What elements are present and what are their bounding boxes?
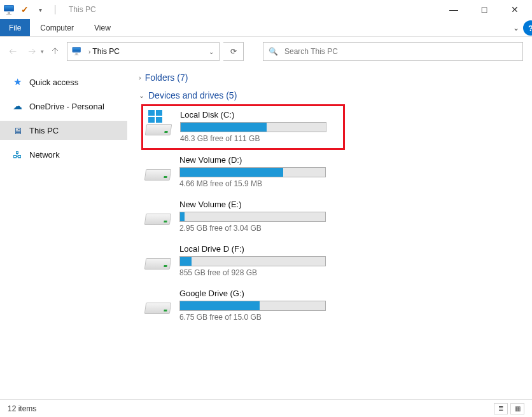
minimize-button[interactable]: —	[439, 0, 468, 19]
drive-icon	[144, 200, 173, 225]
status-bar: 12 items ≣ ▦	[0, 399, 532, 417]
drive-item[interactable]: Local Disk (C:) 46.3 GB free of 111 GB	[141, 104, 345, 150]
drive-body: Local Drive D (F:) 855 GB free of 928 GB	[179, 244, 342, 277]
search-box[interactable]: 🔍	[263, 42, 523, 61]
cloud-icon: ☁	[11, 100, 23, 112]
drive-item[interactable]: New Volume (E:) 2.95 GB free of 3.04 GB	[141, 195, 345, 239]
sidebar-item-label: This PC	[29, 126, 59, 135]
hdd-icon	[144, 258, 172, 270]
drive-item[interactable]: Local Drive D (F:) 855 GB free of 928 GB	[141, 239, 345, 284]
star-icon: ★	[11, 76, 23, 88]
drive-free-text: 46.3 GB free of 111 GB	[180, 134, 342, 143]
view-buttons: ≣ ▦	[494, 403, 524, 414]
drive-name: New Volume (D:)	[179, 155, 342, 165]
hdd-icon	[144, 303, 172, 314]
sidebar-item-quick-access[interactable]: ★ Quick access	[0, 72, 127, 92]
group-label: Devices and drives (5)	[148, 90, 237, 100]
tab-view[interactable]: View	[84, 19, 121, 36]
network-icon: 🖧	[11, 149, 23, 160]
sidebar-item-label: Quick access	[29, 78, 78, 87]
usage-bar	[179, 301, 326, 311]
tab-computer[interactable]: Computer	[30, 19, 84, 36]
refresh-button[interactable]: ⟳	[223, 42, 244, 61]
drive-free-text: 4.66 MB free of 15.9 MB	[179, 179, 342, 188]
nav-back-button[interactable]: 🡠	[5, 44, 20, 59]
chevron-right-icon: ›	[139, 74, 141, 81]
drive-free-text: 2.95 GB free of 3.04 GB	[179, 224, 342, 233]
group-header-folders[interactable]: › Folders (7)	[139, 69, 532, 86]
main-pane: › Folders (7) ⌄ Devices and drives (5) L…	[127, 66, 532, 390]
drive-name: Local Disk (C:)	[180, 110, 342, 120]
drive-body: New Volume (E:) 2.95 GB free of 3.04 GB	[179, 200, 342, 233]
check-icon[interactable]: ✓	[18, 3, 32, 17]
qat-divider: │	[48, 3, 62, 17]
chevron-down-icon: ⌄	[139, 92, 144, 100]
help-icon[interactable]: ?	[523, 20, 532, 36]
window-controls: — □ ✕	[439, 0, 529, 19]
drive-name: Local Drive D (F:)	[179, 244, 342, 254]
content-area: ★ Quick access ☁ OneDrive - Personal 🖥 T…	[0, 66, 532, 390]
breadcrumb-location[interactable]: This PC	[92, 47, 120, 56]
navigation-pane: ★ Quick access ☁ OneDrive - Personal 🖥 T…	[0, 66, 127, 390]
drive-name: New Volume (E:)	[179, 200, 342, 209]
ribbon-collapse-icon[interactable]: ⌄	[509, 19, 523, 36]
usage-bar	[179, 212, 326, 222]
drives-list: Local Disk (C:) 46.3 GB free of 111 GB N…	[139, 104, 532, 328]
drive-icon	[144, 244, 173, 270]
hdd-icon	[144, 214, 172, 225]
sidebar-item-label: Network	[29, 150, 60, 160]
usage-bar	[179, 256, 326, 266]
drive-free-text: 6.75 GB free of 15.0 GB	[179, 313, 342, 322]
drive-body: New Volume (D:) 4.66 MB free of 15.9 MB	[179, 155, 342, 188]
status-items-count: 12 items	[8, 404, 36, 413]
sidebar-item-onedrive[interactable]: ☁ OneDrive - Personal	[0, 97, 127, 116]
sidebar-item-label: OneDrive - Personal	[29, 102, 104, 111]
sidebar-item-this-pc[interactable]: 🖥 This PC	[0, 121, 127, 140]
breadcrumb-separator-icon[interactable]: ›	[87, 48, 92, 55]
view-details-button[interactable]: ≣	[494, 403, 508, 414]
windows-logo-icon	[148, 110, 164, 124]
title-bar: ✓ ▾ │ This PC — □ ✕	[0, 0, 532, 19]
hdd-icon	[144, 169, 172, 181]
maximize-button[interactable]: □	[470, 0, 499, 19]
address-dropdown-icon[interactable]: ⌄	[204, 48, 219, 55]
drive-free-text: 855 GB free of 928 GB	[179, 268, 342, 277]
pc-icon: 🖥	[11, 125, 23, 136]
nav-history-dropdown[interactable]: ▾	[41, 48, 44, 55]
properties-icon[interactable]	[3, 3, 17, 17]
qat-dropdown-icon[interactable]: ▾	[33, 3, 47, 17]
drive-icon	[144, 110, 174, 135]
drive-name: Google Drive (G:)	[179, 289, 342, 298]
drive-item[interactable]: Google Drive (G:) 6.75 GB free of 15.0 G…	[141, 284, 345, 328]
file-tab[interactable]: File	[0, 19, 30, 36]
group-header-drives[interactable]: ⌄ Devices and drives (5)	[139, 86, 532, 104]
drive-icon	[144, 155, 173, 181]
address-bar[interactable]: › This PC ⌄	[67, 42, 220, 61]
nav-up-button[interactable]: 🡡	[48, 44, 63, 59]
close-button[interactable]: ✕	[500, 0, 529, 19]
drive-body: Local Disk (C:) 46.3 GB free of 111 GB	[180, 110, 342, 143]
window-title: This PC	[69, 5, 96, 14]
search-icon: 🔍	[269, 47, 278, 56]
drive-item[interactable]: New Volume (D:) 4.66 MB free of 15.9 MB	[141, 150, 345, 195]
sidebar-item-network[interactable]: 🖧 Network	[0, 145, 127, 164]
search-input[interactable]	[284, 47, 517, 56]
quick-access-toolbar: ✓ ▾ │	[3, 3, 62, 17]
navigation-row: 🡠 🡢 ▾ 🡡 › This PC ⌄ ⟳ 🔍	[0, 37, 532, 66]
usage-bar	[180, 122, 326, 132]
ribbon-tabs: File Computer View ⌄ ?	[0, 19, 532, 37]
hdd-icon	[145, 124, 172, 135]
drive-icon	[144, 289, 173, 314]
nav-forward-button[interactable]: 🡢	[24, 44, 39, 59]
view-tiles-button[interactable]: ▦	[510, 403, 524, 414]
group-label: Folders (7)	[145, 72, 188, 83]
drive-body: Google Drive (G:) 6.75 GB free of 15.0 G…	[179, 289, 342, 322]
location-icon	[67, 45, 87, 58]
usage-bar	[179, 167, 326, 177]
